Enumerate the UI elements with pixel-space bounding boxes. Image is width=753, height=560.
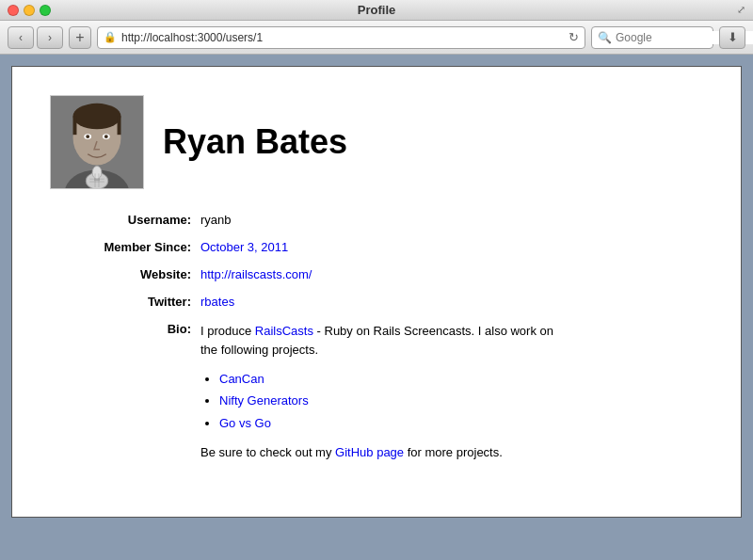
close-button[interactable] — [8, 5, 19, 16]
svg-point-4 — [73, 104, 121, 129]
profile-details: Username: ryanb Member Since: October 3,… — [69, 213, 703, 462]
bio-footer-text2: for more projects. — [404, 445, 503, 459]
bio-content: I produce RailsCasts - Ruby on Rails Scr… — [200, 322, 558, 462]
member-since-value: October 3, 2011 — [200, 240, 703, 254]
projects-list: CanCan Nifty Generators Go vs Go — [219, 368, 558, 434]
svg-rect-6 — [118, 117, 121, 136]
traffic-lights — [8, 5, 51, 16]
resize-icon: ⤢ — [737, 4, 745, 16]
website-row: Website: http://railscasts.com/ — [69, 267, 703, 281]
list-item: Nifty Generators — [219, 390, 558, 411]
website-value: http://railscasts.com/ — [200, 267, 703, 281]
member-since-label: Member Since: — [69, 240, 191, 254]
search-bar: 🔍 — [591, 26, 713, 49]
title-bar: Profile ⤢ — [0, 0, 753, 21]
twitter-row: Twitter: rbates — [69, 295, 703, 309]
twitter-value: rbates — [200, 295, 703, 309]
back-button[interactable]: ‹ — [8, 26, 34, 49]
minimize-button[interactable] — [24, 5, 35, 16]
profile-name: Ryan Bates — [163, 122, 347, 162]
window-title: Profile — [358, 3, 395, 17]
member-since-row: Member Since: October 3, 2011 — [69, 240, 703, 254]
twitter-label: Twitter: — [69, 295, 191, 309]
url-icon: 🔒 — [104, 31, 117, 43]
website-link[interactable]: http://railscasts.com/ — [200, 267, 312, 281]
list-item: CanCan — [219, 368, 558, 390]
username-value: ryanb — [200, 213, 703, 227]
nav-buttons: ‹ › — [8, 26, 63, 49]
username-label: Username: — [69, 213, 191, 227]
railscasts-link[interactable]: RailsCasts — [255, 324, 313, 338]
url-input[interactable] — [121, 31, 564, 44]
avatar — [50, 95, 144, 189]
nifty-generators-link[interactable]: Nifty Generators — [219, 393, 309, 408]
svg-point-10 — [104, 135, 108, 138]
new-tab-button[interactable]: + — [69, 26, 91, 49]
cancan-link[interactable]: CanCan — [219, 372, 264, 386]
search-icon: 🔍 — [598, 31, 612, 44]
toolbar: ‹ › + 🔒 ↻ 🔍 ⬇ — [0, 21, 753, 55]
forward-button[interactable]: › — [37, 26, 63, 49]
list-item: Go vs Go — [219, 412, 558, 434]
go-vs-go-link[interactable]: Go vs Go — [219, 416, 271, 430]
bio-footer-text1: Be sure to check out my — [200, 445, 335, 459]
profile-header: Ryan Bates — [50, 95, 703, 189]
browser-content: Ryan Bates Username: ryanb Member Since:… — [0, 55, 753, 560]
bio-footer: Be sure to check out my GitHub page for … — [200, 443, 558, 462]
twitter-link[interactable]: rbates — [200, 295, 234, 309]
page: Ryan Bates Username: ryanb Member Since:… — [11, 66, 742, 518]
github-link[interactable]: GitHub page — [335, 445, 404, 459]
bio-row: Bio: I produce RailsCasts - Ruby on Rail… — [69, 322, 703, 462]
svg-point-13 — [92, 166, 102, 179]
address-bar: 🔒 ↻ — [97, 26, 585, 49]
bio-paragraph: I produce RailsCasts - Ruby on Rails Scr… — [200, 322, 558, 359]
svg-rect-5 — [73, 117, 77, 136]
bio-label: Bio: — [69, 322, 191, 336]
svg-point-9 — [86, 135, 89, 138]
username-row: Username: ryanb — [69, 213, 703, 227]
download-button[interactable]: ⬇ — [719, 26, 745, 49]
refresh-button[interactable]: ↻ — [569, 30, 579, 44]
maximize-button[interactable] — [40, 5, 51, 16]
website-label: Website: — [69, 267, 191, 281]
bio-text1: I produce — [200, 324, 255, 338]
